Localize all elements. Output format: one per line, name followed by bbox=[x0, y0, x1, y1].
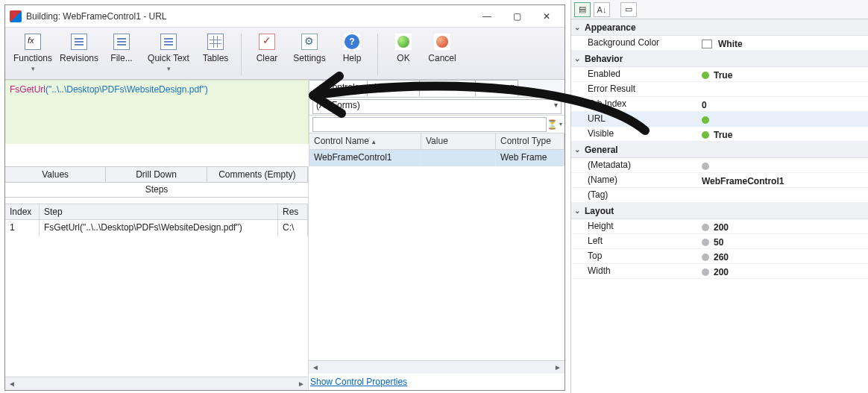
categorized-view-button[interactable]: ▤ bbox=[574, 2, 591, 17]
left-hscroll[interactable]: ◄► bbox=[5, 377, 308, 390]
formula-dot-icon bbox=[702, 116, 709, 124]
cancel-button[interactable]: Cancel bbox=[423, 31, 462, 63]
help-button[interactable]: Help bbox=[333, 31, 371, 63]
controls-panel: Controls Variables Constants Messag (All… bbox=[309, 80, 564, 166]
tab-constants[interactable]: Constants bbox=[419, 80, 476, 96]
filter-icon[interactable]: ⏳ bbox=[547, 117, 562, 132]
color-swatch-icon bbox=[702, 40, 712, 48]
col-step[interactable]: Step bbox=[40, 204, 278, 219]
tab-drilldown[interactable]: Drill Down bbox=[106, 167, 207, 182]
clear-button[interactable]: Clear bbox=[248, 31, 286, 63]
tab-variables[interactable]: Variables bbox=[367, 80, 420, 96]
maximize-button[interactable]: ▢ bbox=[502, 6, 532, 27]
titlebar: Building: WebFrameControl1 - URL — ▢ ✕ bbox=[5, 5, 564, 28]
controls-grid-header: Control Name Value Control Type bbox=[309, 133, 564, 150]
window-title: Building: WebFrameControl1 - URL bbox=[26, 11, 472, 22]
col-value[interactable]: Value bbox=[421, 133, 496, 149]
prop-height[interactable]: Height200 bbox=[571, 219, 868, 234]
cat-behavior[interactable]: ⌄Behavior bbox=[571, 51, 868, 67]
controls-grid-row[interactable]: WebFrameControl1 Web Frame bbox=[309, 150, 564, 166]
formula-dot-icon bbox=[702, 131, 709, 139]
filter-input[interactable] bbox=[312, 117, 547, 132]
tab-comments[interactable]: Comments (Empty) bbox=[207, 167, 308, 182]
controls-grid-body: WebFrameControl1 Web Frame bbox=[309, 150, 564, 166]
show-control-properties-link[interactable]: Show Control Properties bbox=[309, 374, 564, 390]
app-icon bbox=[10, 10, 22, 22]
cat-layout[interactable]: ⌄Layout bbox=[571, 203, 868, 219]
cancel-icon bbox=[434, 34, 450, 50]
settings-button[interactable]: Settings bbox=[286, 31, 333, 63]
tables-icon bbox=[207, 34, 224, 50]
cat-appearance[interactable]: ⌄Appearance bbox=[571, 19, 868, 36]
gear-icon bbox=[301, 34, 318, 50]
right-hscroll[interactable]: ◄► bbox=[309, 360, 564, 374]
property-pages-button[interactable]: ▭ bbox=[620, 2, 637, 17]
dot-icon bbox=[702, 254, 709, 261]
functions-button[interactable]: Functions bbox=[10, 31, 56, 72]
tab-controls[interactable]: Controls bbox=[309, 80, 368, 96]
dot-icon bbox=[702, 239, 709, 246]
tab-values[interactable]: Values bbox=[5, 167, 106, 182]
col-result[interactable]: Res bbox=[278, 204, 308, 219]
formula-builder-dialog: Building: WebFrameControl1 - URL — ▢ ✕ F… bbox=[4, 4, 565, 391]
quicktext-button[interactable]: Quick Text bbox=[141, 31, 196, 72]
prop-metadata[interactable]: (Metadata) bbox=[571, 158, 868, 173]
tab-messages[interactable]: Messag bbox=[475, 80, 518, 96]
prop-top[interactable]: Top260 bbox=[571, 249, 868, 264]
minimize-button[interactable]: — bbox=[472, 6, 502, 27]
dot-icon bbox=[702, 163, 709, 170]
separator bbox=[241, 34, 242, 75]
steps-label: Steps bbox=[5, 183, 308, 198]
formula-dot-icon bbox=[702, 72, 709, 79]
prop-name[interactable]: (Name)WebFrameControl1 bbox=[571, 173, 868, 188]
file-icon bbox=[113, 34, 130, 50]
separator bbox=[377, 34, 378, 75]
prop-background-color[interactable]: Background Color White bbox=[571, 36, 868, 51]
dot-icon bbox=[702, 268, 709, 276]
quicktext-icon bbox=[160, 34, 177, 50]
prop-width[interactable]: Width200 bbox=[571, 264, 868, 279]
ok-icon bbox=[395, 34, 412, 50]
fx-icon bbox=[25, 34, 41, 50]
properties-toolbar: ▤ A↓ ▭ bbox=[571, 0, 868, 19]
prop-left[interactable]: Left50 bbox=[571, 234, 868, 249]
close-button[interactable]: ✕ bbox=[532, 6, 562, 27]
prop-tag[interactable]: (Tag) bbox=[571, 188, 868, 203]
prop-visible[interactable]: VisibleTrue bbox=[571, 127, 868, 142]
dot-icon bbox=[702, 224, 709, 231]
cat-general[interactable]: ⌄General bbox=[571, 142, 868, 158]
col-index[interactable]: Index bbox=[5, 204, 40, 219]
prop-error-result[interactable]: Error Result bbox=[571, 82, 868, 97]
formula-editor[interactable]: FsGetUrl("..\..\Desktop\PDFs\WebsiteDesi… bbox=[5, 80, 309, 144]
form-selector[interactable]: (All Forms) bbox=[312, 99, 562, 114]
col-control-name[interactable]: Control Name bbox=[309, 133, 421, 149]
col-control-type[interactable]: Control Type bbox=[496, 133, 564, 149]
steps-row[interactable]: 1 FsGetUrl("..\..\Desktop\PDFs\WebsiteDe… bbox=[5, 220, 308, 236]
tables-button[interactable]: Tables bbox=[196, 31, 235, 63]
ok-button[interactable]: OK bbox=[384, 31, 423, 63]
prop-tab-index[interactable]: Tab Index0 bbox=[571, 97, 868, 112]
prop-url[interactable]: URL bbox=[571, 112, 868, 127]
file-button[interactable]: File... bbox=[102, 31, 141, 63]
help-icon bbox=[344, 34, 360, 50]
alpha-view-button[interactable]: A↓ bbox=[594, 2, 610, 17]
prop-enabled[interactable]: EnabledTrue bbox=[571, 67, 868, 82]
revisions-button[interactable]: Revisions bbox=[56, 31, 102, 63]
clear-icon bbox=[259, 34, 275, 50]
revisions-icon bbox=[71, 34, 87, 50]
properties-panel: ▤ A↓ ▭ ⌄Appearance Background Color Whit… bbox=[570, 0, 868, 393]
ribbon-toolbar: Functions Revisions File... Quick Text T… bbox=[5, 28, 564, 80]
